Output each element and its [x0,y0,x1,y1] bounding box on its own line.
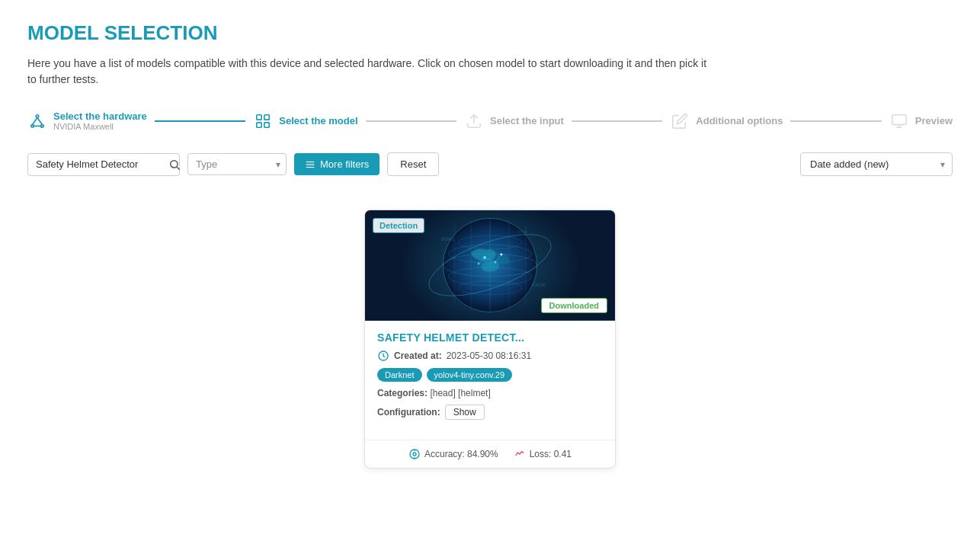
connector-2 [366,120,456,122]
step-preview-label: Preview [915,115,953,126]
page-title: MODEL SELECTION [27,21,953,45]
connector-4 [790,120,881,122]
svg-rect-6 [257,114,261,119]
step-hardware[interactable]: Select the hardware NVIDIA Maxwell [27,110,147,131]
categories-values: [head] [helmet] [430,388,490,398]
svg-rect-11 [892,114,906,124]
search-box[interactable] [27,153,180,176]
svg-rect-8 [257,122,261,126]
model-config: Configuration: Show [377,405,603,420]
clock-icon [377,350,389,362]
svg-rect-9 [264,122,269,126]
loss-value: Loss: 0.41 [530,449,572,459]
step-input[interactable]: Select the input [464,111,564,131]
models-area: 01001 11010 10110 Detection Downloaded S… [27,194,953,484]
input-icon [464,111,484,131]
step-model[interactable]: Select the model [253,111,357,131]
svg-point-14 [171,160,178,167]
svg-text:11010: 11010 [532,282,546,287]
page-container: MODEL SELECTION Here you have a list of … [0,0,980,560]
svg-line-15 [177,167,180,170]
loss-item: Loss: 0.41 [514,448,572,460]
svg-text:01001: 01001 [440,236,454,242]
tag-darknet: Darknet [377,368,422,382]
model-card-image: 01001 11010 10110 Detection Downloaded [365,210,615,321]
search-input[interactable] [36,158,164,170]
created-date: 2023-05-30 08:16:31 [447,350,531,361]
step-options-text: Additional options [696,115,783,126]
connector-3 [572,120,662,122]
step-preview-text: Preview [915,115,953,126]
type-select[interactable]: Type [187,153,287,175]
step-preview[interactable]: Preview [889,111,953,131]
model-card-footer: Accuracy: 84.90% Loss: 0.41 [365,440,615,468]
page-description: Here you have a list of models compatibl… [27,56,713,88]
accuracy-icon [408,448,421,460]
type-select-wrapper: Type [187,153,287,175]
svg-line-4 [37,117,42,124]
model-title: SAFETY HELMET DETECT... [377,331,603,344]
svg-point-0 [36,114,39,117]
stepper: Select the hardware NVIDIA Maxwell Selec… [27,110,953,131]
svg-rect-7 [264,114,269,119]
preview-icon [889,111,909,131]
svg-text:10110: 10110 [517,229,528,234]
config-label: Configuration: [377,407,440,418]
model-card[interactable]: 01001 11010 10110 Detection Downloaded S… [364,210,616,469]
step-input-label: Select the input [490,115,564,126]
model-card-body: SAFETY HELMET DETECT... Created at: 2023… [365,321,615,440]
detection-badge: Detection [373,218,424,233]
svg-point-45 [413,453,416,456]
search-button[interactable] [168,158,181,171]
model-icon [253,111,273,131]
tag-yolo: yolov4-tiny.conv.29 [427,368,513,382]
show-config-button[interactable]: Show [445,405,485,420]
accuracy-value: Accuracy: 84.90% [424,449,498,459]
accuracy-item: Accuracy: 84.90% [408,448,498,460]
sort-select-wrapper: Date added (new) Date added (old) Name A… [800,152,953,176]
step-hardware-text: Select the hardware NVIDIA Maxwell [53,110,147,131]
loss-icon [514,448,526,460]
more-filters-button[interactable]: More filters [294,153,380,175]
created-label: Created at: [394,350,442,361]
svg-line-3 [33,117,37,124]
model-created: Created at: 2023-05-30 08:16:31 [377,350,603,362]
reset-label: Reset [400,158,426,170]
categories-label: Categories: [377,388,428,398]
hardware-icon [27,111,47,131]
downloaded-badge: Downloaded [541,298,607,313]
model-tags: Darknet yolov4-tiny.conv.29 [377,368,603,382]
step-model-text: Select the model [279,115,357,126]
step-hardware-sublabel: NVIDIA Maxwell [53,122,147,131]
step-model-label: Select the model [279,115,357,126]
model-categories: Categories: [head] [helmet] [377,388,603,398]
connector-1 [155,120,245,122]
filters-row: Type More filters Reset Date added (new)… [27,152,953,176]
step-input-text: Select the input [490,115,564,126]
sort-select[interactable]: Date added (new) Date added (old) Name A… [800,152,953,176]
reset-button[interactable]: Reset [387,152,439,176]
more-filters-label: More filters [320,158,369,170]
step-hardware-label: Select the hardware [53,110,147,122]
step-options-label: Additional options [696,115,783,126]
options-icon [670,111,690,131]
step-options[interactable]: Additional options [670,111,783,131]
